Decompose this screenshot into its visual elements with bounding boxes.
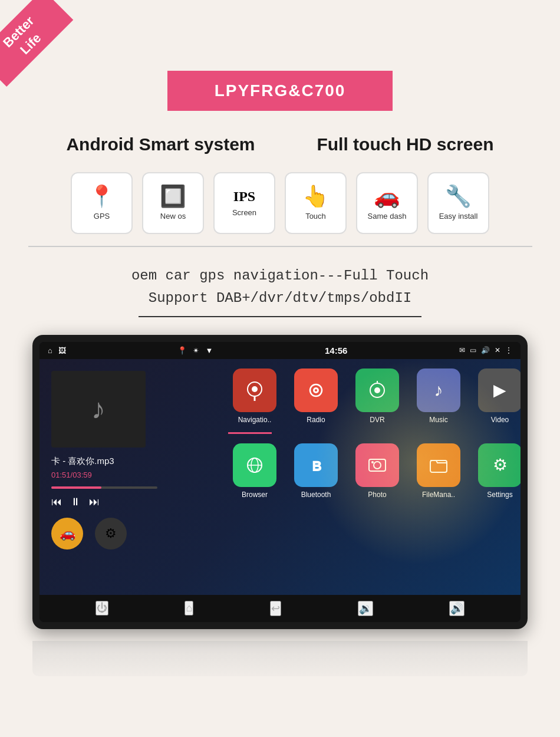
product-title: LPYFRG&C700 [167, 71, 393, 111]
video-label: Video [491, 416, 509, 424]
feature-gps: 📍 GPS [71, 172, 133, 234]
tab-photo-indicator [332, 507, 375, 509]
video-icon: ▶ [478, 368, 521, 412]
play-pause-button[interactable]: ⏸ [70, 496, 81, 508]
feature-samedash: 🚗 Same dash [356, 172, 418, 234]
app-photo[interactable]: Photo [351, 443, 404, 499]
menu-icon[interactable]: ⋮ [505, 346, 512, 354]
app-grid-area: Navigatio.. Radio DVR [216, 359, 521, 595]
app-bluetooth[interactable]: ʙ Bluetooth [289, 443, 342, 499]
volume-icon: 🔊 [481, 346, 490, 354]
svg-point-14 [371, 461, 374, 463]
music-icon: ♪ [417, 368, 460, 412]
browser-label: Browser [242, 491, 268, 499]
back-button[interactable]: ↩ [270, 601, 281, 616]
tab-dvr-indicator [332, 432, 375, 434]
photo-icon [355, 443, 399, 487]
music-player: ♪ 卡 - 喜欢你.mp3 01:51/03:59 ⏮ ⏸ ⏭ 🚗 ⚙ [39, 359, 216, 595]
photo-label: Photo [368, 491, 386, 499]
touch-icon: 👆 [302, 186, 329, 207]
nav-text: oem car gps navigation---Full Touch Supp… [0, 265, 560, 310]
tab-music-indicator [384, 432, 427, 434]
samedash-icon: 🚗 [374, 186, 400, 207]
navigation-icon [233, 368, 276, 412]
music-controls: ⏮ ⏸ ⏭ [51, 496, 205, 508]
tab-settings-indicator [436, 507, 479, 509]
status-time: 14:56 [325, 346, 347, 356]
feature-newos: 🔲 New os [142, 172, 204, 234]
location-icon: 📍 [177, 346, 187, 355]
image-icon[interactable]: 🖼 [58, 346, 66, 355]
app-video[interactable]: ▶ Video [473, 368, 521, 424]
gps-icon: 📍 [88, 186, 115, 207]
app-tab-bar-1 [228, 432, 521, 434]
tab-bluetooth-indicator [280, 507, 324, 509]
vol-up-button[interactable]: 🔊 [449, 601, 465, 616]
tab-browser-indicator [228, 507, 272, 509]
music-label: Music [429, 416, 447, 424]
tab-radio-indicator [280, 432, 324, 434]
easyinstall-icon: 🔧 [445, 186, 472, 207]
app-filemanager[interactable]: FileManа.. [412, 443, 465, 499]
divider-top [28, 246, 532, 247]
bluetooth-icon: ✴ [193, 346, 199, 355]
close-icon[interactable]: ✕ [495, 346, 500, 354]
app-grid-icon[interactable]: ⚙ [95, 518, 127, 550]
prev-button[interactable]: ⏮ [51, 496, 62, 508]
progress-bar-fill [51, 486, 101, 489]
tab-video-indicator [436, 432, 479, 434]
newos-label: New os [160, 212, 186, 221]
app-dvr[interactable]: DVR [351, 368, 404, 424]
vol-down-button[interactable]: 🔉 [358, 601, 373, 616]
tab-filemanager-indicator [384, 507, 427, 509]
progress-bar-bg[interactable] [51, 486, 157, 489]
power-button[interactable]: ⏻ [95, 601, 108, 616]
status-bar: ⌂ 🖼 📍 ✴ ▼ 14:56 ✉ ▭ 🔊 ✕ ⋮ [39, 342, 521, 359]
svg-point-1 [252, 386, 258, 392]
settings-label: Settings [487, 491, 512, 499]
car-screen-inner: ⌂ 🖼 📍 ✴ ▼ 14:56 ✉ ▭ 🔊 ✕ ⋮ ♪ [39, 342, 521, 622]
app-navigation[interactable]: Navigatio.. [228, 368, 281, 424]
app-browser[interactable]: Browser [228, 443, 281, 499]
navigation-label: Navigatio.. [238, 416, 272, 424]
app-settings[interactable]: ⚙ Settings [473, 443, 521, 499]
app-row-2: Browser ʙ Bluetooth Photo [228, 443, 521, 499]
battery-icon: ▭ [470, 346, 476, 354]
feature-ips: IPS Screen [213, 172, 275, 234]
ips-icon: IPS [233, 189, 255, 203]
home-icon[interactable]: ⌂ [48, 346, 52, 355]
heading-left: Android Smart system [66, 134, 255, 154]
msg-icon: ✉ [459, 346, 465, 354]
next-button[interactable]: ⏭ [89, 496, 100, 508]
ips-label: Screen [232, 208, 256, 217]
music-time: 01:51/03:59 [51, 471, 205, 479]
svg-point-13 [374, 462, 381, 469]
heading-right: Full touch HD screen [317, 134, 493, 154]
touch-label: Touch [305, 212, 326, 221]
car-icons-row: 🚗 ⚙ [51, 518, 205, 550]
bluetooth-app-icon: ʙ [294, 443, 338, 487]
svg-point-5 [315, 389, 317, 391]
wifi-icon: ▼ [205, 346, 213, 355]
svg-point-7 [374, 387, 380, 393]
radio-icon [294, 368, 338, 412]
radio-label: Radio [307, 416, 325, 424]
car-mode-icon[interactable]: 🚗 [51, 518, 83, 550]
nav-underline [139, 316, 421, 317]
screen-body: ♪ 卡 - 喜欢你.mp3 01:51/03:59 ⏮ ⏸ ⏭ 🚗 ⚙ [39, 359, 521, 595]
app-music[interactable]: ♪ Music [412, 368, 465, 424]
music-note-icon: ♪ [91, 393, 106, 425]
status-right: ✉ ▭ 🔊 ✕ ⋮ [459, 346, 512, 354]
tab-nav-indicator [228, 432, 272, 434]
home-button[interactable]: ⌂ [185, 601, 193, 616]
dvr-icon [355, 368, 399, 412]
bluetooth-label: Bluetooth [301, 491, 331, 499]
app-radio[interactable]: Radio [289, 368, 342, 424]
album-art: ♪ [51, 371, 146, 448]
app-tab-bar-2 [228, 507, 521, 509]
car-screen-container: ⌂ 🖼 📍 ✴ ▼ 14:56 ✉ ▭ 🔊 ✕ ⋮ ♪ [32, 335, 528, 629]
status-left: ⌂ 🖼 [48, 346, 66, 355]
filemanager-icon [417, 443, 460, 487]
music-title: 卡 - 喜欢你.mp3 [51, 456, 205, 467]
samedash-label: Same dash [368, 212, 407, 221]
